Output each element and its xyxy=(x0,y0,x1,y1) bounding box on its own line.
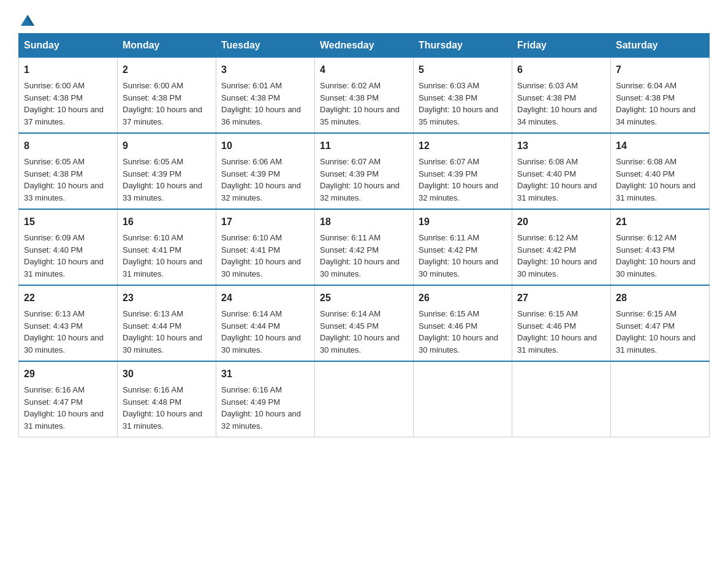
calendar-day-cell: 7Sunrise: 6:04 AMSunset: 4:38 PMDaylight… xyxy=(611,58,710,134)
header-monday: Monday xyxy=(118,34,216,58)
calendar-day-cell: 20Sunrise: 6:12 AMSunset: 4:42 PMDayligh… xyxy=(512,209,611,285)
day-sunrise: Sunrise: 6:00 AMSunset: 4:38 PMDaylight:… xyxy=(24,81,104,126)
calendar-day-cell: 14Sunrise: 6:08 AMSunset: 4:40 PMDayligh… xyxy=(611,133,710,209)
calendar-day-cell: 8Sunrise: 6:05 AMSunset: 4:38 PMDaylight… xyxy=(19,133,118,209)
day-sunrise: Sunrise: 6:15 AMSunset: 4:46 PMDaylight:… xyxy=(419,309,498,354)
day-number: 30 xyxy=(123,367,211,381)
day-number: 11 xyxy=(320,139,408,153)
calendar-day-cell: 2Sunrise: 6:00 AMSunset: 4:38 PMDaylight… xyxy=(118,58,216,134)
calendar-day-cell: 18Sunrise: 6:11 AMSunset: 4:42 PMDayligh… xyxy=(315,209,414,285)
calendar-day-cell: 23Sunrise: 6:13 AMSunset: 4:44 PMDayligh… xyxy=(118,285,216,361)
day-number: 15 xyxy=(24,215,112,229)
calendar-day-cell: 16Sunrise: 6:10 AMSunset: 4:41 PMDayligh… xyxy=(118,209,216,285)
day-number: 3 xyxy=(221,63,309,77)
calendar-day-cell: 3Sunrise: 6:01 AMSunset: 4:38 PMDaylight… xyxy=(216,58,315,134)
day-sunrise: Sunrise: 6:04 AMSunset: 4:38 PMDaylight:… xyxy=(616,81,696,126)
day-number: 31 xyxy=(221,367,309,381)
calendar-day-cell: 29Sunrise: 6:16 AMSunset: 4:47 PMDayligh… xyxy=(19,361,118,437)
day-sunrise: Sunrise: 6:03 AMSunset: 4:38 PMDaylight:… xyxy=(517,81,597,126)
day-sunrise: Sunrise: 6:07 AMSunset: 4:39 PMDaylight:… xyxy=(419,157,498,202)
calendar-table: SundayMondayTuesdayWednesdayThursdayFrid… xyxy=(18,33,710,437)
calendar-day-cell: 17Sunrise: 6:10 AMSunset: 4:41 PMDayligh… xyxy=(216,209,315,285)
calendar-week-row: 1Sunrise: 6:00 AMSunset: 4:38 PMDaylight… xyxy=(19,58,710,134)
calendar-day-cell: 5Sunrise: 6:03 AMSunset: 4:38 PMDaylight… xyxy=(414,58,512,134)
calendar-day-cell: 24Sunrise: 6:14 AMSunset: 4:44 PMDayligh… xyxy=(216,285,315,361)
day-number: 12 xyxy=(419,139,507,153)
calendar-day-cell: 19Sunrise: 6:11 AMSunset: 4:42 PMDayligh… xyxy=(414,209,512,285)
day-sunrise: Sunrise: 6:14 AMSunset: 4:45 PMDaylight:… xyxy=(320,309,400,354)
calendar-day-cell: 21Sunrise: 6:12 AMSunset: 4:43 PMDayligh… xyxy=(611,209,710,285)
calendar-day-cell: 13Sunrise: 6:08 AMSunset: 4:40 PMDayligh… xyxy=(512,133,611,209)
header-tuesday: Tuesday xyxy=(216,34,315,58)
calendar-day-cell: 11Sunrise: 6:07 AMSunset: 4:39 PMDayligh… xyxy=(315,133,414,209)
day-sunrise: Sunrise: 6:16 AMSunset: 4:48 PMDaylight:… xyxy=(123,385,202,431)
calendar-day-cell: 31Sunrise: 6:16 AMSunset: 4:49 PMDayligh… xyxy=(216,361,315,437)
day-number: 26 xyxy=(419,291,507,305)
calendar-day-cell: 28Sunrise: 6:15 AMSunset: 4:47 PMDayligh… xyxy=(611,285,710,361)
calendar-week-row: 29Sunrise: 6:16 AMSunset: 4:47 PMDayligh… xyxy=(19,361,710,437)
day-number: 24 xyxy=(221,291,309,305)
day-sunrise: Sunrise: 6:14 AMSunset: 4:44 PMDaylight:… xyxy=(221,309,301,354)
day-number: 5 xyxy=(419,63,507,77)
calendar-day-cell: 12Sunrise: 6:07 AMSunset: 4:39 PMDayligh… xyxy=(414,133,512,209)
calendar-day-cell: 4Sunrise: 6:02 AMSunset: 4:38 PMDaylight… xyxy=(315,58,414,134)
calendar-day-cell: 30Sunrise: 6:16 AMSunset: 4:48 PMDayligh… xyxy=(118,361,216,437)
day-number: 22 xyxy=(24,291,112,305)
calendar-week-row: 8Sunrise: 6:05 AMSunset: 4:38 PMDaylight… xyxy=(19,133,710,209)
logo xyxy=(18,12,36,27)
day-sunrise: Sunrise: 6:15 AMSunset: 4:47 PMDaylight:… xyxy=(616,309,696,354)
day-number: 25 xyxy=(320,291,408,305)
header-sunday: Sunday xyxy=(19,34,118,58)
calendar-day-cell: 25Sunrise: 6:14 AMSunset: 4:45 PMDayligh… xyxy=(315,285,414,361)
day-sunrise: Sunrise: 6:10 AMSunset: 4:41 PMDaylight:… xyxy=(123,233,202,278)
day-sunrise: Sunrise: 6:05 AMSunset: 4:38 PMDaylight:… xyxy=(24,157,104,202)
day-sunrise: Sunrise: 6:13 AMSunset: 4:43 PMDaylight:… xyxy=(24,309,104,354)
day-number: 29 xyxy=(24,367,112,381)
day-number: 19 xyxy=(419,215,507,229)
day-number: 27 xyxy=(517,291,605,305)
day-sunrise: Sunrise: 6:03 AMSunset: 4:38 PMDaylight:… xyxy=(419,81,498,126)
calendar-day-cell xyxy=(414,361,512,437)
calendar-week-row: 15Sunrise: 6:09 AMSunset: 4:40 PMDayligh… xyxy=(19,209,710,285)
day-sunrise: Sunrise: 6:16 AMSunset: 4:47 PMDaylight:… xyxy=(24,385,104,431)
header-wednesday: Wednesday xyxy=(315,34,414,58)
day-sunrise: Sunrise: 6:01 AMSunset: 4:38 PMDaylight:… xyxy=(221,81,301,126)
day-number: 17 xyxy=(221,215,309,229)
day-number: 10 xyxy=(221,139,309,153)
calendar-day-cell: 10Sunrise: 6:06 AMSunset: 4:39 PMDayligh… xyxy=(216,133,315,209)
calendar-day-cell xyxy=(611,361,710,437)
day-number: 23 xyxy=(123,291,211,305)
calendar-day-cell: 27Sunrise: 6:15 AMSunset: 4:46 PMDayligh… xyxy=(512,285,611,361)
header-saturday: Saturday xyxy=(611,34,710,58)
logo-icon xyxy=(20,12,36,28)
header-friday: Friday xyxy=(512,34,611,58)
calendar-day-cell: 15Sunrise: 6:09 AMSunset: 4:40 PMDayligh… xyxy=(19,209,118,285)
day-sunrise: Sunrise: 6:16 AMSunset: 4:49 PMDaylight:… xyxy=(221,385,301,431)
day-number: 20 xyxy=(517,215,605,229)
day-number: 8 xyxy=(24,139,112,153)
day-number: 2 xyxy=(123,63,211,77)
day-sunrise: Sunrise: 6:12 AMSunset: 4:43 PMDaylight:… xyxy=(616,233,696,278)
day-number: 6 xyxy=(517,63,605,77)
day-sunrise: Sunrise: 6:10 AMSunset: 4:41 PMDaylight:… xyxy=(221,233,301,278)
day-number: 28 xyxy=(616,291,704,305)
day-sunrise: Sunrise: 6:11 AMSunset: 4:42 PMDaylight:… xyxy=(320,233,400,278)
calendar-day-cell: 9Sunrise: 6:05 AMSunset: 4:39 PMDaylight… xyxy=(118,133,216,209)
day-sunrise: Sunrise: 6:06 AMSunset: 4:39 PMDaylight:… xyxy=(221,157,301,202)
day-sunrise: Sunrise: 6:05 AMSunset: 4:39 PMDaylight:… xyxy=(123,157,202,202)
day-sunrise: Sunrise: 6:07 AMSunset: 4:39 PMDaylight:… xyxy=(320,157,400,202)
calendar-day-cell: 26Sunrise: 6:15 AMSunset: 4:46 PMDayligh… xyxy=(414,285,512,361)
page-header xyxy=(18,12,710,27)
calendar-day-cell: 22Sunrise: 6:13 AMSunset: 4:43 PMDayligh… xyxy=(19,285,118,361)
day-number: 16 xyxy=(123,215,211,229)
day-number: 7 xyxy=(616,63,704,77)
day-sunrise: Sunrise: 6:08 AMSunset: 4:40 PMDaylight:… xyxy=(616,157,696,202)
day-sunrise: Sunrise: 6:02 AMSunset: 4:38 PMDaylight:… xyxy=(320,81,400,126)
calendar-week-row: 22Sunrise: 6:13 AMSunset: 4:43 PMDayligh… xyxy=(19,285,710,361)
calendar-day-cell: 1Sunrise: 6:00 AMSunset: 4:38 PMDaylight… xyxy=(19,58,118,134)
day-sunrise: Sunrise: 6:00 AMSunset: 4:38 PMDaylight:… xyxy=(123,81,202,126)
calendar-day-cell xyxy=(512,361,611,437)
day-number: 13 xyxy=(517,139,605,153)
day-sunrise: Sunrise: 6:08 AMSunset: 4:40 PMDaylight:… xyxy=(517,157,597,202)
calendar-header-row: SundayMondayTuesdayWednesdayThursdayFrid… xyxy=(19,34,710,58)
